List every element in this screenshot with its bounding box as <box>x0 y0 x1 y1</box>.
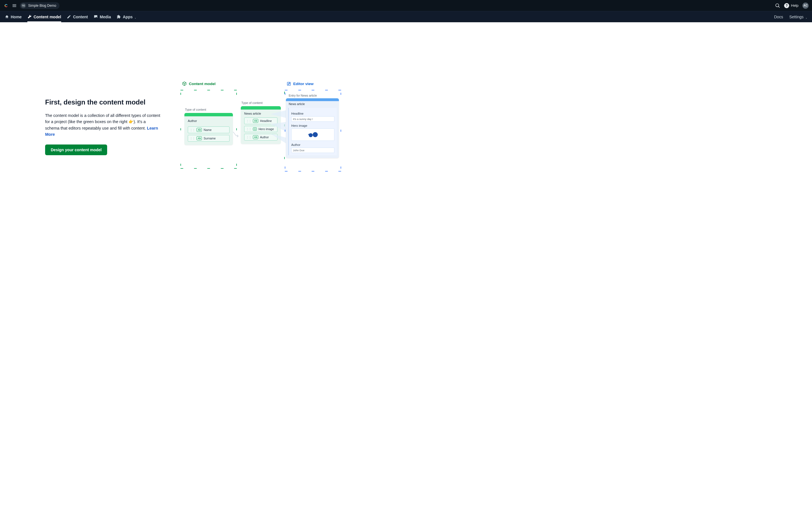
drag-handle-icon: ⋮⋮ <box>190 137 195 140</box>
nav-media[interactable]: Media <box>94 11 111 22</box>
cube-icon <box>182 81 187 86</box>
edit-square-icon <box>287 81 291 86</box>
wrench-icon <box>28 15 32 19</box>
space-name-label: Simple Blog Demo <box>28 4 56 8</box>
nav-docs-label: Docs <box>774 15 783 19</box>
search-icon[interactable] <box>775 3 780 8</box>
field-row-headline: ⋮⋮ Ab Headline <box>244 117 277 124</box>
entry-for-label: Entry for News article <box>289 94 340 97</box>
pointing-hand-icon: 👉 <box>129 119 134 125</box>
field-label: Hero image <box>259 127 274 131</box>
nav-content[interactable]: Content <box>67 11 88 22</box>
drag-handle-icon: ⋮⋮ <box>190 128 195 131</box>
dashed-zone-editor: Entry for News article News article Head… <box>285 90 341 172</box>
image-icon <box>94 15 98 19</box>
editor-field-hero-preview <box>291 128 335 141</box>
drag-handle-icon: ⋮⋮ <box>246 128 251 131</box>
nav-apps-label: Apps <box>123 15 133 19</box>
nav-content-model-label: Content model <box>34 15 61 19</box>
text-type-chip-icon: Ab <box>197 128 202 132</box>
text-type-chip-icon: Ab <box>253 119 258 123</box>
hamburger-menu-icon[interactable] <box>12 3 17 8</box>
nav-home-label: Home <box>11 15 22 19</box>
field-label: Name <box>204 128 211 131</box>
text-type-chip-icon: Ab <box>253 135 258 139</box>
content-model-header: Content model <box>182 81 237 86</box>
nav-content-label: Content <box>73 15 88 19</box>
nav-home[interactable]: Home <box>4 11 22 22</box>
field-label: Author <box>260 135 269 139</box>
editor-field-headline-label: Headline <box>291 112 335 115</box>
pencil-icon <box>67 15 71 19</box>
design-content-model-button[interactable]: Design your content model <box>45 145 107 155</box>
card-accent-bar <box>185 113 233 116</box>
puzzle-icon <box>116 15 121 19</box>
main-content: First, design the content model The cont… <box>0 22 812 172</box>
nav-settings[interactable]: Settings <box>789 14 808 20</box>
news-card-wrap: Type of content News article ⋮⋮ Ab Headl… <box>238 101 284 144</box>
card-accent-bar <box>241 106 281 110</box>
image-type-chip-icon <box>253 127 257 131</box>
field-row-hero: ⋮⋮ Hero image <box>244 126 277 132</box>
topbar: TE Simple Blog Demo ? Help AC <box>0 0 812 11</box>
field-label: Surname <box>204 136 216 140</box>
topbar-right: ? Help AC <box>775 3 809 9</box>
chevron-down-icon <box>134 16 137 18</box>
editor-entry-card: News article Headline It's a sunny day !… <box>286 98 339 158</box>
svg-line-4 <box>778 6 779 7</box>
content-type-title: Author <box>188 119 230 122</box>
space-abbr-badge: TE <box>21 3 26 8</box>
svg-rect-6 <box>287 82 290 85</box>
contentful-logo-icon[interactable] <box>3 3 9 8</box>
type-of-content-label: Type of content <box>241 101 284 105</box>
field-row-surname: ⋮⋮ Ab Surname <box>188 135 230 142</box>
editor-card-title: News article <box>286 101 339 106</box>
nav-media-label: Media <box>100 15 111 19</box>
intro-body: The content model is a collection of all… <box>45 112 161 138</box>
content-type-card-author: Author ⋮⋮ Ab Name ⋮⋮ Ab Surname <box>185 113 233 145</box>
field-label: Headline <box>260 119 271 122</box>
nav-right: Docs Settings <box>774 14 808 20</box>
author-card-wrap: Type of content Author ⋮⋮ Ab Name ⋮⋮ <box>182 108 236 145</box>
help-button[interactable]: ? Help <box>784 3 799 8</box>
editor-field-headline-value: It's a sunny day ! <box>291 116 335 122</box>
chevron-down-icon <box>805 16 808 18</box>
content-type-card-news: News article ⋮⋮ Ab Headline ⋮⋮ <box>241 106 281 144</box>
nav-content-model[interactable]: Content model <box>28 11 61 22</box>
dashed-zone-2: Type of content News article ⋮⋮ Ab Headl… <box>237 89 285 162</box>
field-row-author: ⋮⋮ Ab Author <box>244 134 277 140</box>
svg-point-8 <box>313 132 318 137</box>
space-selector[interactable]: TE Simple Blog Demo <box>20 2 59 9</box>
topbar-left: TE Simple Blog Demo <box>3 2 59 9</box>
sunglasses-icon <box>306 131 320 138</box>
illustration-panel: Content model Type of content Author ⋮⋮ <box>181 81 767 172</box>
text-type-chip-icon: Ab <box>197 136 202 140</box>
nav-docs[interactable]: Docs <box>774 14 783 20</box>
help-label: Help <box>791 3 799 8</box>
type-of-content-label: Type of content <box>185 108 236 111</box>
nav-left: Home Content model Content Media Apps <box>4 11 137 22</box>
content-model-header-label: Content model <box>189 82 216 86</box>
intro-heading: First, design the content model <box>45 98 163 106</box>
main-nav: Home Content model Content Media Apps <box>0 11 812 22</box>
content-model-col-1: Content model Type of content Author ⋮⋮ <box>181 81 237 172</box>
editor-card-body: Headline It's a sunny day ! Hero image <box>288 108 337 155</box>
help-icon: ? <box>784 3 789 8</box>
editor-field-author-label: Author <box>291 143 335 147</box>
editor-field-author-value: John Doe <box>291 148 335 153</box>
content-type-title: News article <box>244 112 277 115</box>
nav-settings-label: Settings <box>789 15 804 19</box>
editor-view-col: Editor view Entry for News article News … <box>285 81 341 172</box>
home-icon <box>4 15 9 19</box>
card-accent-bar <box>286 98 339 101</box>
editor-view-header: Editor view <box>287 81 341 86</box>
dashed-zone-1: Type of content Author ⋮⋮ Ab Name ⋮⋮ <box>181 90 237 169</box>
editor-card-wrap: Entry for News article News article Head… <box>286 94 340 158</box>
field-row-name: ⋮⋮ Ab Name <box>188 126 230 133</box>
editor-field-hero-label: Hero image <box>291 124 335 127</box>
drag-handle-icon: ⋮⋮ <box>246 136 251 139</box>
svg-point-3 <box>776 4 779 7</box>
user-avatar[interactable]: AC <box>802 3 809 9</box>
nav-apps[interactable]: Apps <box>116 11 137 22</box>
content-model-col-2: Type of content News article ⋮⋮ Ab Headl… <box>237 81 285 172</box>
